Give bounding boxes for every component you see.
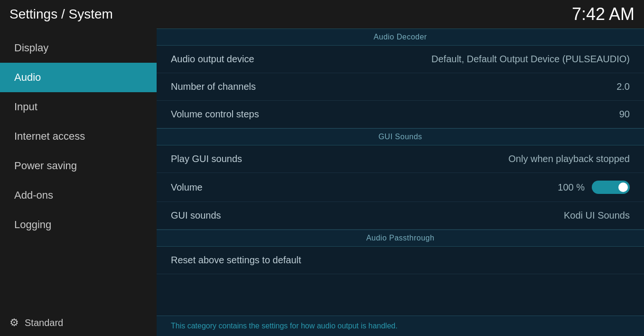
volume-control-steps-row[interactable]: Volume control steps 90 <box>157 101 644 128</box>
clock: 7:42 AM <box>572 4 635 24</box>
volume-row[interactable]: Volume 100 % <box>157 173 644 202</box>
volume-label: Volume <box>171 182 203 193</box>
play-gui-sounds-label: Play GUI sounds <box>171 154 242 164</box>
number-of-channels-label: Number of channels <box>171 81 256 92</box>
gear-icon: ⚙ <box>9 317 19 329</box>
audio-passthrough-header: Audio Passthrough <box>157 230 644 247</box>
volume-control-steps-value: 90 <box>619 109 630 120</box>
sidebar-item-power-saving[interactable]: Power saving <box>0 151 157 181</box>
volume-toggle[interactable] <box>592 181 630 194</box>
gui-sounds-value: Kodi UI Sounds <box>564 210 630 221</box>
gui-sounds-row[interactable]: GUI sounds Kodi UI Sounds <box>157 202 644 230</box>
gui-sounds-label: GUI sounds <box>171 210 221 221</box>
play-gui-sounds-value: Only when playback stopped <box>508 154 630 164</box>
sidebar-item-audio[interactable]: Audio <box>0 63 157 92</box>
main-content: Display Audio Input Internet access Powe… <box>0 29 644 336</box>
standard-label: Standard <box>25 317 63 328</box>
volume-value: 100 % <box>558 182 585 193</box>
volume-control-steps-label: Volume control steps <box>171 109 259 120</box>
sidebar: Display Audio Input Internet access Powe… <box>0 29 157 336</box>
audio-output-device-label: Audio output device <box>171 54 254 65</box>
sidebar-item-input[interactable]: Input <box>0 92 157 122</box>
content-area: Audio Decoder Audio output device Defaul… <box>157 29 644 336</box>
content-scrollable: Audio Decoder Audio output device Defaul… <box>157 29 644 316</box>
header: Settings / System 7:42 AM <box>0 0 644 29</box>
footer-text: This category contains the settings for … <box>171 322 398 330</box>
number-of-channels-row[interactable]: Number of channels 2.0 <box>157 73 644 101</box>
audio-output-device-value: Default, Default Output Device (PULSEAUD… <box>431 54 630 65</box>
page-title: Settings / System <box>9 7 113 22</box>
reset-settings-label: Reset above settings to default <box>171 255 301 266</box>
sidebar-item-display[interactable]: Display <box>0 33 157 63</box>
sidebar-item-logging[interactable]: Logging <box>0 210 157 240</box>
content-footer: This category contains the settings for … <box>157 316 644 336</box>
sidebar-footer: ⚙ Standard <box>0 309 157 336</box>
volume-toggle-container: 100 % <box>558 181 630 194</box>
reset-settings-row[interactable]: Reset above settings to default <box>157 247 644 274</box>
gui-sounds-header: GUI Sounds <box>157 128 644 145</box>
sidebar-item-add-ons[interactable]: Add-ons <box>0 181 157 210</box>
number-of-channels-value: 2.0 <box>616 81 630 92</box>
play-gui-sounds-row[interactable]: Play GUI sounds Only when playback stopp… <box>157 145 644 173</box>
audio-output-device-row[interactable]: Audio output device Default, Default Out… <box>157 46 644 73</box>
sidebar-item-internet-access[interactable]: Internet access <box>0 122 157 151</box>
audio-decoder-header: Audio Decoder <box>157 29 644 46</box>
